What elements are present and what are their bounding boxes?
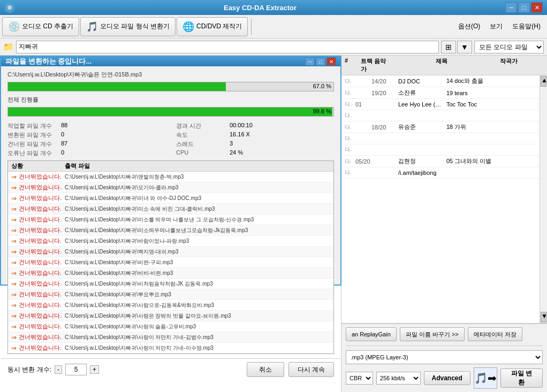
log-file-7: C:\Users\j.w.L\Desktop\지빠귀\백지영-대쉬.mp3 xyxy=(65,248,330,256)
tab-cd-label: 오디오 CD 추출기 xyxy=(22,22,73,31)
track-row[interactable]: 다. 14/20 DJ DOC 14 doc와 춤을 xyxy=(341,75,540,87)
tab-cd-extractor[interactable]: 💿 오디오 CD 추출기 xyxy=(2,17,79,36)
track-row[interactable]: 다. xyxy=(341,110,540,121)
menu-help[interactable]: 도움말(H) xyxy=(508,21,545,32)
track-row[interactable]: 다. 18/20 유승준 18 가위 xyxy=(341,121,540,133)
title-controls: ─ □ ✕ xyxy=(505,2,543,13)
file-progress-bar: 67.0 % xyxy=(7,82,334,91)
log-status-16: ⇒ 건너뛰었습니다. xyxy=(11,344,65,352)
log-file-2: C:\Users\j.w.L\Desktop\지빠귀\미녀 와 야수-DJ DO… xyxy=(65,195,330,202)
addr-btn-2[interactable]: ▼ xyxy=(457,41,472,53)
track-indicator-3: 다. xyxy=(345,112,355,119)
format-select[interactable]: .mp3 (MPEG Layer-3).flac.wav.ogg xyxy=(346,350,543,364)
cbr-select[interactable]: CBRVBR xyxy=(346,372,373,385)
track-indicator-8: 다. xyxy=(345,169,355,176)
track-indicator-6: 다. xyxy=(345,146,355,153)
stat-row-1: 변환된 파일 개수 0 xyxy=(7,131,165,139)
log-file-1: C:\Users\j.w.L\Desktop\지빠귀\모기야-콜라.mp3 xyxy=(65,184,330,191)
close-button[interactable]: ✕ xyxy=(531,2,543,13)
tab-format-converter[interactable]: 🎵 오디오 파일 형식 변환기 xyxy=(80,17,176,36)
folder-icon: 📁 xyxy=(3,42,14,52)
track-row[interactable]: 다. 01 Lee Hyo Lee (… Toc Toc Toc xyxy=(341,99,540,110)
track-track-1: 19/20 xyxy=(371,90,398,96)
rb-divider xyxy=(346,345,543,346)
cancel-button[interactable]: 취소 xyxy=(247,362,284,377)
log-status-4: ⇒ 건너뛰었습니다. xyxy=(11,216,65,224)
log-status-9: ⇒ 건너뛰었습니다. xyxy=(11,269,65,277)
track-row[interactable]: 다. 19/20 소잔류 19 tears xyxy=(341,87,540,99)
maximize-button[interactable]: □ xyxy=(518,2,530,13)
conv-maximize-btn[interactable]: □ xyxy=(316,57,325,66)
track-row[interactable]: 다. xyxy=(341,133,540,144)
header-title: 제목 xyxy=(436,57,500,73)
total-progress-container: 99.6 % xyxy=(7,107,334,117)
track-row[interactable]: 다. 05/20 김현정 05 그녀와의 이별 xyxy=(341,156,540,167)
file-progress-percent: 67.0 % xyxy=(313,83,331,89)
header-composer: 작곡가 xyxy=(500,57,544,73)
continue-button[interactable]: 다시 계속 xyxy=(288,362,334,377)
stat-row-2b: 스레드 3 xyxy=(176,140,334,148)
tab-format-label: 오디오 파일 형식 변환기 xyxy=(100,22,170,31)
log-row: ⇒ 건너뛰었습니다. C:\Users\j.w.L\Desktop\지빠귀\미소… xyxy=(8,225,333,236)
address-input[interactable] xyxy=(16,41,439,53)
log-status-7: ⇒ 건너뛰었습니다. xyxy=(11,248,65,256)
menu-options[interactable]: 옵션(O) xyxy=(454,21,484,32)
track-artist-1: 소잔류 xyxy=(398,89,446,97)
kbps-select[interactable]: 128 kbit/s192 kbit/s256 kbit/s320 kbit/s xyxy=(376,372,421,385)
simultaneous-minus[interactable]: - xyxy=(55,365,62,374)
file-progress-fill xyxy=(8,82,226,91)
log-status-11: ⇒ 건너뛰었습니다. xyxy=(11,290,65,298)
simultaneous-plus[interactable]: + xyxy=(90,365,99,374)
filter-dropdown[interactable]: 모든 오디오 파일 xyxy=(474,41,544,53)
track-track-0: 14/20 xyxy=(371,78,398,84)
advanced-button[interactable]: Advanced xyxy=(424,371,470,385)
track-artist-2: Lee Hyo Lee (… xyxy=(398,101,446,107)
tab-disc-creator[interactable]: 🌐 CD/DVD 제작기 xyxy=(177,17,248,36)
stat-val-1b: 16.16 X xyxy=(230,131,250,139)
stat-label-0b: 경과 시간 xyxy=(176,122,224,130)
conv-close-btn[interactable]: ✕ xyxy=(326,57,336,66)
right-panel: # 트랙 음악가 제목 작곡가 다. 14/20 DJ DOC 14 doc와 … xyxy=(341,56,547,392)
track-scrollbar[interactable]: ▲ ▼ xyxy=(540,75,547,323)
track-row[interactable]: 다. xyxy=(341,144,540,156)
rename-file-btn[interactable]: 파일 이름 바꾸기 >> xyxy=(400,327,465,341)
track-row[interactable]: 다. /i.am/taejibong xyxy=(341,167,540,179)
simultaneous-input[interactable] xyxy=(65,364,87,375)
log-arrow-icon-10: ⇒ xyxy=(11,280,17,288)
log-arrow-icon-9: ⇒ xyxy=(11,270,17,277)
current-file-path: C:\Users\j.w.L\Desktop\지빠귀\슬픈 인연-015B.mp… xyxy=(7,71,334,79)
log-status-12: ⇒ 건너뛰었습니다. xyxy=(11,301,65,309)
menu-view[interactable]: 보기 xyxy=(485,21,507,32)
stat-label-1b: 속도 xyxy=(176,131,224,139)
log-arrow-icon-5: ⇒ xyxy=(11,227,17,234)
log-arrow-icon-7: ⇒ xyxy=(11,248,17,256)
track-num-2: 01 xyxy=(355,101,371,107)
log-file-9: C:\Users\j.w.L\Desktop\지빠귀\비비-비련.mp3 xyxy=(65,270,330,277)
convert-btn-area: 🎵➡ 파일 변환 xyxy=(474,367,543,389)
log-row: ⇒ 건너뛰었습니다. C:\Users\j.w.L\Desktop\지빠귀\비비… xyxy=(8,268,333,279)
conv-title-bar: 파일을 변환하는 중입니다... ─ □ ✕ xyxy=(1,57,340,66)
track-list-area: # 트랙 음악가 제목 작곡가 다. 14/20 DJ DOC 14 doc와 … xyxy=(341,56,547,324)
stat-row-0b: 경과 시간 00:00:10 xyxy=(176,122,334,130)
log-status-5: ⇒ 건너뛰었습니다. xyxy=(11,226,65,234)
log-row: ⇒ 건너뛰었습니다. C:\Users\j.w.L\Desktop\지빠귀\사랑… xyxy=(8,343,333,353)
save-metadata-btn[interactable]: 메타데이터 저장 xyxy=(468,327,522,341)
conv-body: C:\Users\j.w.L\Desktop\지빠귀\슬픈 인연-015B.mp… xyxy=(1,66,340,358)
scroll-up[interactable]: ▲ xyxy=(541,76,546,87)
stat-val-2b: 3 xyxy=(230,140,233,148)
conv-bottom: 동시 변환 개수: - + 취소 다시 계속 xyxy=(1,358,340,380)
conv-minimize-btn[interactable]: ─ xyxy=(305,57,315,66)
log-status-2: ⇒ 건너뛰었습니다. xyxy=(11,194,65,202)
track-indicator-5: 다. xyxy=(345,135,355,142)
track-artist-7: 김현정 xyxy=(398,157,446,165)
log-header-file: 출력 파일 xyxy=(65,162,330,170)
minimize-button[interactable]: ─ xyxy=(505,2,517,13)
log-file-3: C:\Users\j.w.L\Desktop\지빠귀\미소 속에 비친 그대-클… xyxy=(65,205,330,213)
toolbar-separator xyxy=(251,19,252,35)
addr-btn-1[interactable]: ⊞ xyxy=(441,41,456,53)
stat-row-3b: CPU 24 % xyxy=(176,149,334,157)
log-row: ⇒ 건너뛰었습니다. C:\Users\j.w.L\Desktop\지빠귀\바람… xyxy=(8,236,333,247)
replay-gain-btn[interactable]: an ReplayGain xyxy=(346,327,397,341)
convert-button[interactable]: 파일 변환 xyxy=(500,368,543,388)
scroll-down[interactable]: ▼ xyxy=(541,312,546,322)
